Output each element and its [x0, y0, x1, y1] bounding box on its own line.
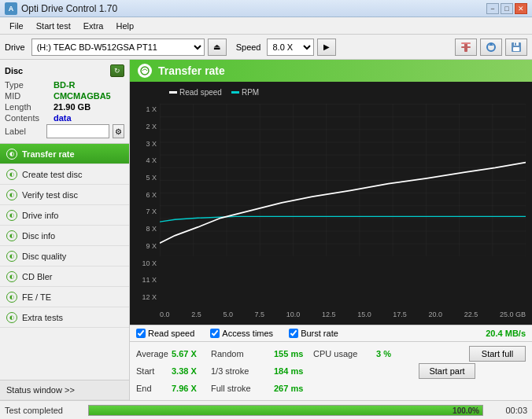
- menu-file[interactable]: File: [3, 20, 30, 32]
- speed-label: Speed: [236, 42, 261, 52]
- stats-row-2: Start 3.38 X 1/3 stroke 184 ms Start par…: [136, 362, 526, 380]
- minimize-button[interactable]: −: [486, 3, 499, 14]
- clear-button[interactable]: [455, 39, 477, 56]
- svg-rect-6: [513, 47, 519, 51]
- legend-read-speed-icon: [169, 91, 177, 94]
- nav-label-verify-test-disc: Verify test disc: [22, 190, 78, 200]
- nav-item-create-test-disc[interactable]: ◐ Create test disc: [0, 164, 129, 185]
- save-button[interactable]: [505, 39, 527, 56]
- chart-container: Read speed RPM 12 X 11 X 10 X 9 X 8 X 7 …: [130, 82, 532, 325]
- check-burst-rate-input[interactable]: [289, 329, 298, 338]
- nav-item-disc-quality[interactable]: ◐ Disc quality: [0, 246, 129, 266]
- menu-bar: File Start test Extra Help: [0, 17, 532, 35]
- menu-extra[interactable]: Extra: [77, 20, 110, 32]
- y-label-12: 12 X: [133, 293, 157, 301]
- check-read-speed-input[interactable]: [136, 329, 146, 338]
- disc-refresh-button[interactable]: ↻: [110, 64, 124, 77]
- end-value: 7.96 X: [172, 384, 211, 393]
- full-stroke-value: 267 ms: [274, 384, 313, 393]
- disc-label-label: Label: [5, 127, 43, 136]
- start-part-button[interactable]: Start part: [419, 363, 475, 379]
- nav-icon-fe-te: ◐: [6, 292, 17, 303]
- content-title: Transfer rate: [158, 64, 225, 77]
- burst-rate-value: 20.4 MB/s: [486, 329, 526, 338]
- nav-label-fe-te: FE / TE: [22, 292, 51, 302]
- end-label: End: [136, 384, 172, 393]
- nav-item-transfer-rate[interactable]: ◐ Transfer rate: [0, 144, 129, 164]
- nav-icon-disc-info: ◐: [6, 230, 17, 241]
- start-full-button[interactable]: Start full: [469, 346, 526, 362]
- x-label-5: 5.0: [223, 311, 233, 318]
- close-button[interactable]: ✕: [515, 3, 527, 14]
- x-label-7-5: 7.5: [255, 311, 265, 318]
- y-label-4: 4 X: [133, 156, 157, 164]
- x-label-15: 15.0: [357, 311, 371, 318]
- go-button[interactable]: ▶: [317, 39, 336, 56]
- nav-item-extra-tests[interactable]: ◐ Extra tests: [0, 307, 129, 328]
- check-read-speed[interactable]: Read speed: [136, 329, 194, 338]
- check-access-times-input[interactable]: [210, 329, 220, 338]
- disc-label-button[interactable]: ⚙: [113, 124, 124, 138]
- svg-rect-8: [515, 42, 516, 45]
- status-window-button[interactable]: Status window >>: [0, 380, 129, 400]
- status-window-label: Status window >>: [6, 385, 75, 395]
- legend-rpm-icon: [231, 91, 239, 94]
- speed-select[interactable]: 8.0 X: [267, 39, 314, 56]
- y-label-3: 3 X: [133, 140, 157, 148]
- x-label-22-5: 22.5: [464, 311, 478, 318]
- one-third-label: 1/3 stroke: [211, 366, 274, 376]
- disc-mid-value: CMCMAGBA5: [54, 91, 111, 101]
- menu-start-test[interactable]: Start test: [30, 20, 77, 32]
- progress-bar: [89, 406, 482, 415]
- legend-rpm-label: RPM: [242, 88, 259, 97]
- drive-label: Drive: [5, 42, 25, 52]
- eject-button[interactable]: ⏏: [208, 39, 227, 56]
- y-label-8: 8 X: [133, 225, 157, 233]
- window-controls: − □ ✕: [486, 3, 527, 14]
- x-label-25: 25.0 GB: [500, 311, 526, 318]
- y-label-11: 11 X: [133, 276, 157, 284]
- toolbar: Drive (H:) TEAC BD-W512GSA PT11 ⏏ Speed …: [0, 35, 532, 60]
- main-layout: Disc ↻ Type BD-R MID CMCMAGBA5 Length 21…: [0, 60, 532, 400]
- full-stroke-label: Full stroke: [211, 384, 274, 393]
- nav-item-cd-bler[interactable]: ◐ CD Bler: [0, 266, 129, 287]
- maximize-button[interactable]: □: [501, 3, 513, 14]
- nav-label-drive-info: Drive info: [22, 211, 58, 220]
- check-access-times-label: Access times: [222, 329, 273, 338]
- random-label: Random: [211, 349, 274, 358]
- disc-title: Disc: [5, 66, 23, 75]
- refresh-button[interactable]: [480, 39, 502, 56]
- stats-row-3: End 7.96 X Full stroke 267 ms: [136, 380, 526, 397]
- nav-item-fe-te[interactable]: ◐ FE / TE: [0, 287, 129, 307]
- progress-percent: 100.0%: [453, 406, 479, 414]
- nav-label-cd-bler: CD Bler: [22, 272, 53, 281]
- disc-contents-label: Contents: [5, 113, 50, 123]
- content-header: Transfer rate: [130, 60, 532, 82]
- disc-type-label: Type: [5, 80, 50, 90]
- nav-item-drive-info[interactable]: ◐ Drive info: [0, 205, 129, 226]
- nav-icon-transfer-rate: ◐: [6, 149, 17, 160]
- menu-help[interactable]: Help: [109, 20, 140, 32]
- nav-label-disc-info: Disc info: [22, 231, 55, 241]
- timer: 00:03: [488, 406, 527, 415]
- check-burst-rate[interactable]: Burst rate: [289, 329, 338, 338]
- check-access-times[interactable]: Access times: [210, 329, 273, 338]
- y-label-9: 9 X: [133, 242, 157, 250]
- average-label: Average: [136, 349, 172, 358]
- disc-length-value: 21.90 GB: [54, 102, 91, 112]
- svg-point-9: [141, 67, 149, 75]
- sidebar: Disc ↻ Type BD-R MID CMCMAGBA5 Length 21…: [0, 60, 130, 400]
- disc-label-input[interactable]: [46, 124, 109, 138]
- content-header-icon: [138, 64, 152, 78]
- nav-item-disc-info[interactable]: ◐ Disc info: [0, 226, 129, 246]
- y-label-2: 2 X: [133, 123, 157, 130]
- nav-icon-extra-tests: ◐: [6, 312, 17, 323]
- check-burst-rate-label: Burst rate: [301, 329, 338, 338]
- nav-icon-cd-bler: ◐: [6, 271, 17, 282]
- chart-legend: Read speed RPM: [169, 88, 259, 97]
- progress-container: 100.0%: [88, 405, 483, 416]
- disc-contents-value: data: [54, 113, 72, 123]
- nav-item-verify-test-disc[interactable]: ◐ Verify test disc: [0, 185, 129, 205]
- disc-length-label: Length: [5, 102, 50, 112]
- drive-select[interactable]: (H:) TEAC BD-W512GSA PT11: [31, 39, 205, 56]
